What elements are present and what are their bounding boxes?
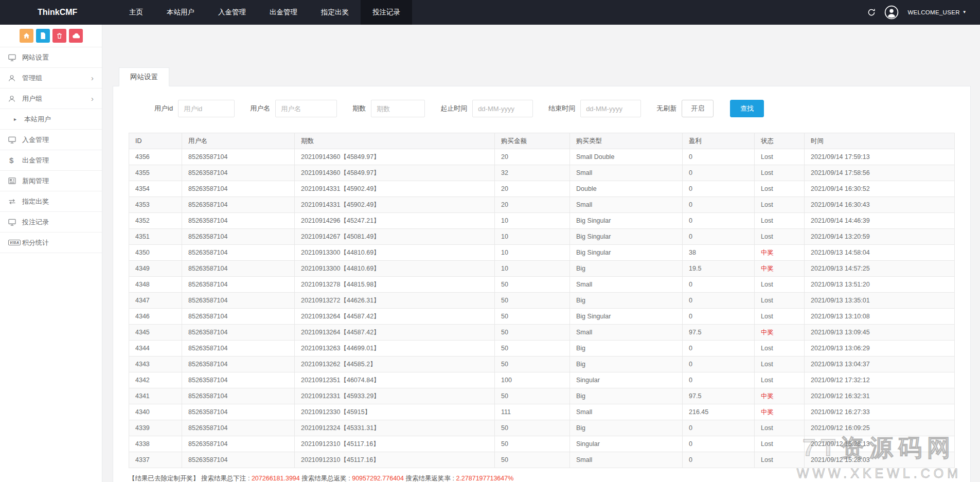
sidebar-item-deposit-management[interactable]: 入金管理 [0,130,102,150]
table-row: 43528526358710420210914296【45247.21】10Bi… [129,213,955,229]
table-row: 43498526358710420210913300【44810.69】10Bi… [129,261,955,277]
cell-id: 4343 [129,356,182,372]
cell-time: 2021/09/13 13:04:37 [805,356,955,372]
cell-amount: 50 [495,356,570,372]
cell-profit: 0 [683,165,755,181]
cell-amount: 10 [495,229,570,245]
cell-username: 85263587104 [182,341,295,356]
app-logo[interactable]: ThinkCMF [38,0,77,25]
cell-period: 20210914360【45849.97】 [295,149,495,165]
cell-period: 20210914267【45081.49】 [295,229,495,245]
no-refresh-toggle-button[interactable]: 开启 [682,100,714,117]
top-nav-item-home[interactable]: 主页 [117,0,155,25]
cell-period: 20210912330【45915】 [295,404,495,420]
cell-amount: 20 [495,197,570,213]
top-nav-item-bet-records[interactable]: 投注记录 [361,0,412,25]
top-nav-item-deposit-management[interactable]: 入金管理 [206,0,258,25]
table-row: 43398526358710420210912324【45331.31】50Bi… [129,420,955,436]
file-quick-button[interactable] [36,29,50,43]
cell-type: Big [570,420,683,436]
search-button[interactable]: 查找 [730,100,764,117]
start-time-input[interactable] [472,100,533,117]
cell-type: Singular [570,372,683,388]
sidebar-item-news-management[interactable]: 新闻管理 [0,171,102,191]
cell-period: 20210912310【45117.16】 [295,436,495,452]
period-input[interactable] [371,100,425,117]
sidebar-item-assign-lottery[interactable]: 指定出奖 [0,191,102,212]
top-nav-item-site-users[interactable]: 本站用户 [155,0,206,25]
summary-rate: 2.2787197713647% [456,475,513,482]
cell-amount: 100 [495,372,570,388]
user-name-input[interactable] [275,100,337,117]
cell-status: Lost [755,277,805,293]
sidebar-item-user-group[interactable]: 用户组 [0,88,102,109]
cell-id: 4344 [129,341,182,356]
sidebar-item-admin-group[interactable]: 管理组 [0,68,102,88]
cloud-quick-button[interactable] [69,29,83,43]
cell-status: 中奖 [755,388,805,404]
main-content: 网站设置 用户id 用户名 期数 起止时间 结束时间 [102,25,980,482]
user-id-input[interactable] [178,100,235,117]
sidebar-item-label: 本站用户 [24,115,51,124]
cell-status: Lost [755,149,805,165]
cell-type: Big [570,388,683,404]
cell-username: 85263587104 [182,309,295,325]
cell-time: 2021/09/14 14:46:39 [805,213,955,229]
summary-total-return-label: 搜索结果总返奖 : [301,475,350,482]
cell-period: 20210914331【45902.49】 [295,197,495,213]
top-nav-item-withdrawal-management[interactable]: 出金管理 [258,0,309,25]
table-row: 43378526358710420210912310【45117.16】50Sm… [129,452,955,468]
period-label: 期数 [352,104,366,113]
sidebar-item-bet-records[interactable]: 投注记录 [0,212,102,233]
cell-id: 4337 [129,452,182,468]
sidebar-item-points-stats[interactable]: VISA积分统计 [0,233,102,253]
caret-down-icon [963,10,967,14]
cell-id: 4352 [129,213,182,229]
trash-quick-button[interactable] [52,29,66,43]
refresh-icon[interactable] [867,8,876,16]
cell-type: Small Double [570,149,683,165]
cell-period: 20210913264【44587.42】 [295,309,495,325]
cell-period: 20210912310【45117.16】 [295,452,495,468]
sidebar-item-label: 积分统计 [22,238,49,247]
user-menu-label: WELCOME_USER [907,9,959,15]
end-time-input[interactable] [580,100,641,117]
user-menu[interactable]: WELCOME_USER [907,9,967,15]
table-row: 43428526358710420210912351【46074.84】100S… [129,372,955,388]
cell-type: Singular [570,436,683,452]
sidebar-item-site-users[interactable]: 本站用户 [0,109,102,130]
cell-id: 4345 [129,325,182,341]
cell-time: 2021/09/13 14:57:25 [805,261,955,277]
cell-time: 2021/09/13 13:51:20 [805,277,955,293]
sidebar-item-site-settings[interactable]: 网站设置 [0,47,102,68]
summary-rate-label: 搜索结果返奖率 : [405,475,454,482]
filter-group-user-id: 用户id [154,100,235,117]
cell-time: 2021/09/14 17:58:56 [805,165,955,181]
chevron-right-icon [91,74,94,82]
cell-amount: 20 [495,149,570,165]
cell-id: 4355 [129,165,182,181]
cell-period: 20210913300【44810.69】 [295,245,495,261]
file-icon [40,32,46,39]
home-quick-button[interactable] [20,29,33,43]
cell-amount: 10 [495,261,570,277]
user-icon [8,75,20,82]
cell-type: Big [570,293,683,309]
monitor-icon [8,219,20,226]
cell-period: 20210914331【45902.49】 [295,181,495,197]
chevron-right-icon [91,95,94,102]
user-avatar-icon[interactable] [884,5,899,20]
table-row: 43538526358710420210914331【45902.49】20Sm… [129,197,955,213]
cell-profit: 0 [683,452,755,468]
cell-time: 2021/09/14 13:20:59 [805,229,955,245]
cell-username: 85263587104 [182,293,295,309]
tab-site-settings[interactable]: 网站设置 [119,67,169,86]
cell-period: 20210913262【44585.2】 [295,356,495,372]
sidebar-item-withdrawal-management[interactable]: $出金管理 [0,150,102,171]
cell-username: 85263587104 [182,165,295,181]
cell-status: 中奖 [755,245,805,261]
table-row: 43548526358710420210914331【45902.49】20Do… [129,181,955,197]
filter-group-no-refresh: 无刷新 开启 [656,100,714,117]
cell-status: 中奖 [755,325,805,341]
top-nav-item-assign-lottery[interactable]: 指定出奖 [309,0,361,25]
